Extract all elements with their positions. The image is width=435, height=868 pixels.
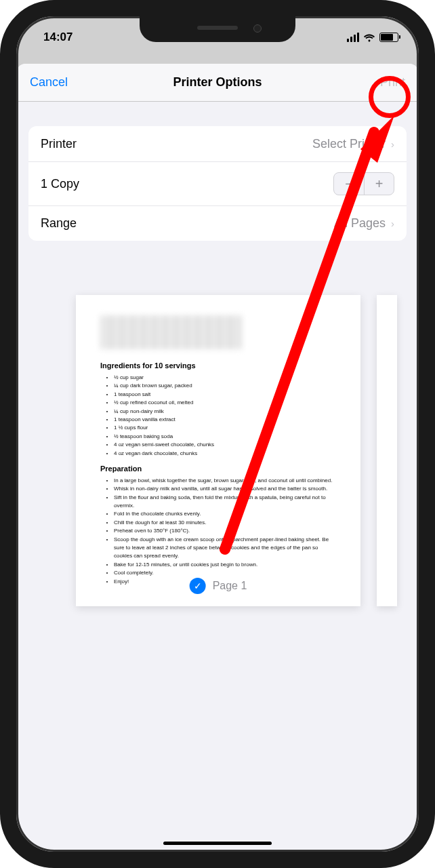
list-item: 4 oz vegan dark chocolate, chunks xyxy=(114,450,336,458)
list-item: Fold in the chocolate chunks evenly. xyxy=(114,510,336,518)
device-notch xyxy=(140,16,295,42)
printer-value: Select Printer › xyxy=(312,137,394,151)
cancel-button[interactable]: Cancel xyxy=(30,75,77,90)
preparation-heading: Preparation xyxy=(100,465,336,473)
printer-label: Printer xyxy=(41,137,77,151)
settings-content: Printer Select Printer › 1 Copy − + Rang… xyxy=(16,102,419,631)
nav-title: Printer Options xyxy=(173,75,262,90)
list-item: Cool completely. xyxy=(114,569,336,577)
settings-group: Printer Select Printer › 1 Copy − + Rang… xyxy=(28,126,407,241)
list-item: ¼ cup dark brown sugar, packed xyxy=(114,382,336,390)
wifi-icon xyxy=(363,33,375,42)
page-preview-2-peek[interactable] xyxy=(377,295,397,606)
list-item: ½ cup refined coconut oil, melted xyxy=(114,399,336,407)
document-title-redacted xyxy=(100,315,242,349)
battery-icon xyxy=(379,33,398,42)
list-item: Sift in the flour and baking soda, then … xyxy=(114,494,336,511)
page-preview-1[interactable]: Ingredients for 10 servings ½ cup sugar¼… xyxy=(76,295,360,606)
print-preview-area[interactable]: Ingredients for 10 servings ½ cup sugar¼… xyxy=(28,295,407,606)
cellular-icon xyxy=(347,33,359,42)
list-item: 4 oz vegan semi-sweet chocolate, chunks xyxy=(114,441,336,449)
list-item: In a large bowl, whisk together the suga… xyxy=(114,477,336,485)
copies-row: 1 Copy − + xyxy=(28,161,407,205)
list-item: Bake for 12-15 minutes, or until cookies… xyxy=(114,561,336,569)
range-value: All Pages › xyxy=(334,216,394,231)
list-item: 1 teaspoon vanilla extract xyxy=(114,416,336,424)
list-item: Whisk in non-dairy milk and vanilla, unt… xyxy=(114,485,336,493)
list-item: ¼ cup non-dairy milk xyxy=(114,408,336,416)
chevron-right-icon: › xyxy=(391,218,394,229)
list-item: 1 teaspoon salt xyxy=(114,391,336,399)
phone-screen: 14:07 Cancel Printer Options Print Print… xyxy=(16,16,419,852)
page-number-label: Page 1 xyxy=(213,580,247,592)
copies-label: 1 Copy xyxy=(41,177,79,191)
copies-stepper: − + xyxy=(333,172,394,195)
printer-row[interactable]: Printer Select Printer › xyxy=(28,126,407,161)
home-indicator[interactable] xyxy=(163,842,272,845)
ingredients-heading: Ingredients for 10 servings xyxy=(100,361,336,370)
list-item: ½ teaspoon baking soda xyxy=(114,433,336,441)
range-row[interactable]: Range All Pages › xyxy=(28,205,407,241)
preparation-list: In a large bowl, whisk together the suga… xyxy=(100,477,336,586)
page-indicator[interactable]: ✓ Page 1 xyxy=(190,578,247,594)
range-label: Range xyxy=(41,216,77,231)
checkmark-icon: ✓ xyxy=(190,578,206,594)
stepper-minus-button[interactable]: − xyxy=(334,173,364,195)
navigation-bar: Cancel Printer Options Print xyxy=(16,64,419,102)
list-item: Preheat oven to 350°F (180°C). xyxy=(114,527,336,535)
ingredients-list: ½ cup sugar¼ cup dark brown sugar, packe… xyxy=(100,374,336,458)
chevron-right-icon: › xyxy=(391,138,394,150)
stepper-plus-button[interactable]: + xyxy=(364,173,394,195)
modal-sheet: Cancel Printer Options Print Printer Sel… xyxy=(16,64,419,852)
list-item: Scoop the dough with an ice cream scoop … xyxy=(114,536,336,561)
list-item: 1 ½ cups flour xyxy=(114,424,336,432)
list-item: Chill the dough for at least 30 minutes. xyxy=(114,519,336,527)
list-item: ½ cup sugar xyxy=(114,374,336,382)
print-button[interactable]: Print xyxy=(358,75,405,90)
